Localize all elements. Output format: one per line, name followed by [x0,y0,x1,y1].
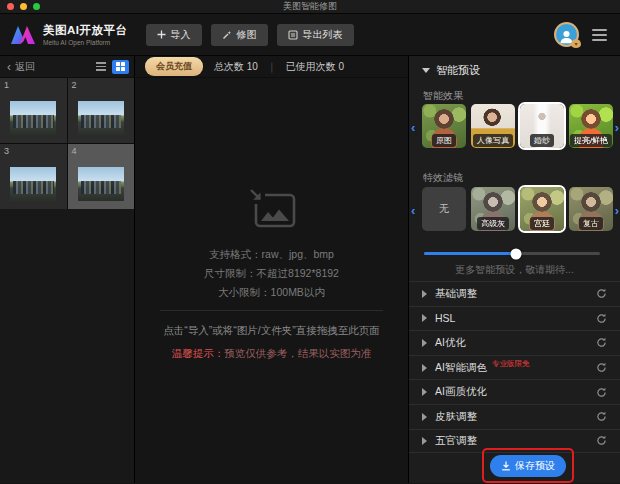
effect-label: 提亮/鲜艳 [570,134,612,147]
special-filters-label: 特效滤镜 [423,171,463,185]
divider [160,310,383,311]
tip-body: 预览仅供参考，结果以实图为准 [224,347,371,359]
effect-original[interactable]: 原图 [422,104,466,148]
adjustment-panel: 智能预设 智能效果 原图 人像写真 婚纱 提亮/鲜艳 ‹ › 特效滤镜 无 高级… [408,56,620,483]
smart-effects-label: 智能效果 [423,89,463,103]
section-skin-adjust[interactable]: 皮肤调整 [409,404,620,429]
export-list-icon [288,30,298,40]
grid-view-toggle[interactable] [112,60,129,74]
drop-hint-text: 点击“导入”或将“图片/文件夹”直接拖拽至此页面 [135,324,408,338]
effects-scroll-right-icon[interactable]: › [615,122,619,134]
group-photo-image [10,167,56,201]
reset-icon[interactable] [596,387,607,398]
vip-badge-icon: ▾ [571,39,581,48]
effect-label: 原图 [432,134,456,147]
photo-list-sidebar: ‹ 返回 1 2 3 [0,56,135,483]
minimize-window-button[interactable] [20,3,27,10]
dimension-limit-text: 尺寸限制：不超过8192*8192 [135,264,408,283]
warm-tip-text: 温馨提示：预览仅供参考，结果以实图为准 [135,347,408,361]
section-ai-optimize[interactable]: AI优化 [409,330,620,355]
reset-icon[interactable] [596,288,607,299]
group-photo-image [78,101,124,135]
photo-thumbnail-4[interactable]: 4 [68,144,135,209]
effects-scroll-left-icon[interactable]: ‹ [411,122,415,134]
plus-icon [157,30,166,39]
import-button[interactable]: 导入 [146,24,202,46]
stats-separator: ｜ [267,60,277,74]
usage-stats: 总次数 10 ｜ 已使用次数 0 [214,60,344,74]
export-list-button[interactable]: 导出列表 [277,24,354,46]
reset-icon[interactable] [596,411,607,422]
section-basic-adjust[interactable]: 基础调整 [409,281,620,306]
slider-thumb[interactable] [510,248,521,259]
retouch-button[interactable]: 修图 [211,24,268,46]
filter-palace[interactable]: 宫廷 [520,187,564,231]
save-icon [501,461,511,471]
effect-brighten-vivid[interactable]: 提亮/鲜艳 [569,104,613,148]
smart-preset-title: 智能预设 [436,63,480,78]
effect-portrait-photo[interactable]: 人像写真 [471,104,515,148]
filters-scroll-right-icon[interactable]: › [615,205,619,217]
import-button-label: 导入 [171,28,191,42]
photo-index: 1 [4,80,9,90]
photo-thumbnail-3[interactable]: 3 [0,144,67,209]
chevron-right-icon [422,437,427,445]
magic-wand-icon [222,30,232,40]
chevron-down-icon [422,68,430,73]
image-import-icon [247,188,297,234]
effect-wedding-dress[interactable]: 婚纱 [520,104,564,148]
workspace: 会员充值 总次数 10 ｜ 已使用次数 0 支持格式：raw、jpg、bmp 尺… [135,56,408,483]
filters-scroll-left-icon[interactable]: ‹ [411,205,415,217]
smart-preset-section-header[interactable]: 智能预设 [422,63,480,78]
photo-thumbnail-1[interactable]: 1 [0,78,67,143]
app-header: 美图AI开放平台 Meitu AI Open Platform 导入 修图 导出… [0,14,620,56]
export-list-button-label: 导出列表 [303,28,343,42]
save-preset-button[interactable]: 保存预设 [490,455,566,477]
member-recharge-button[interactable]: 会员充值 [145,57,203,76]
pro-free-badge: 专业版限免 [492,359,530,369]
chevron-right-icon [422,413,427,421]
chevron-left-icon: ‹ [7,62,11,72]
close-window-button[interactable] [7,3,14,10]
photo-index: 4 [72,146,77,156]
support-format-text: 支持格式：raw、jpg、bmp [135,245,408,264]
app-logo: 美图AI开放平台 Meitu AI Open Platform [10,23,128,46]
menu-button[interactable] [592,29,607,41]
section-ai-smart-color[interactable]: AI智能调色 专业版限免 [409,355,620,380]
chevron-right-icon [422,364,427,372]
section-ai-quality[interactable]: AI画质优化 [409,379,620,404]
platform-title: 美图AI开放平台 [43,23,128,38]
size-limit-text: 大小限制：100MB以内 [135,283,408,302]
group-photo-image [10,101,56,135]
retouch-button-label: 修图 [237,28,257,42]
list-view-toggle[interactable] [92,60,109,74]
user-avatar[interactable]: ▾ [554,22,579,47]
reset-icon[interactable] [596,313,607,324]
meitu-logo-icon [10,24,36,46]
section-facial-features[interactable]: 五官调整 [409,429,620,454]
more-presets-hint: 更多智能预设，敬请期待... [409,263,620,277]
used-count: 已使用次数 0 [286,60,344,74]
filter-label: 宫廷 [530,217,554,230]
list-view-icon [96,62,106,71]
adjustment-sections: 基础调整 HSL AI优化 AI智能调色 专业版限免 AI画质优 [409,281,620,453]
filter-none[interactable]: 无 [422,187,466,231]
chevron-right-icon [422,314,427,322]
window-title: 美图智能修图 [0,0,620,13]
filter-strength-slider[interactable] [424,252,600,255]
back-button[interactable]: ‹ 返回 [7,60,35,74]
header-toolbar: 导入 修图 导出列表 [146,24,354,46]
chevron-right-icon [422,388,427,396]
reset-icon[interactable] [596,337,607,348]
special-filters-row: 无 高级灰 宫廷 复古 [422,187,613,231]
reset-icon[interactable] [596,435,607,446]
filter-retro[interactable]: 复古 [569,187,613,231]
photo-thumbnail-2[interactable]: 2 [68,78,135,143]
section-hsl[interactable]: HSL [409,306,620,331]
reset-icon[interactable] [596,362,607,373]
zoom-window-button[interactable] [33,3,40,10]
window-titlebar: 美图智能修图 [0,0,620,14]
filter-advanced-gray[interactable]: 高级灰 [471,187,515,231]
smart-effects-row: 原图 人像写真 婚纱 提亮/鲜艳 [422,104,613,148]
chevron-right-icon [422,290,427,298]
